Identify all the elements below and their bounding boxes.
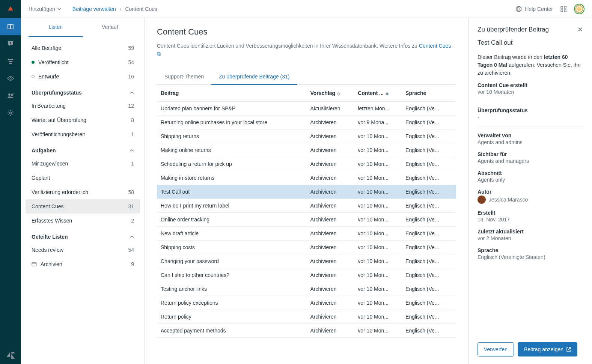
nav-users[interactable] bbox=[0, 87, 21, 104]
sidebar-item-captured[interactable]: Erfasstes Wissen 2 bbox=[26, 214, 140, 228]
tab-verlauf[interactable]: Verlauf bbox=[83, 18, 137, 37]
sidebar-item-label: Mir zugewiesen bbox=[32, 161, 131, 167]
table-row[interactable]: Return policy exceptionsArchivierenvor 1… bbox=[157, 296, 456, 310]
tab-review-articles[interactable]: Zu überprüfende Beiträge (31) bbox=[211, 69, 297, 85]
cell-title: Shipping costs bbox=[157, 241, 307, 254]
table-row[interactable]: Online order trackingArchivierenvor 10 M… bbox=[157, 213, 456, 227]
cell-title: Return policy bbox=[157, 310, 307, 324]
cell-title: Scheduling a return for pick up bbox=[157, 157, 307, 171]
sidebar-item-planned[interactable]: Geplant bbox=[26, 171, 140, 185]
nav-comments[interactable] bbox=[0, 35, 21, 53]
col-sprache[interactable]: Sprache bbox=[402, 85, 456, 102]
table-row[interactable]: Making in-store returnsArchivierenvor 10… bbox=[157, 171, 456, 185]
sidebar-item-all[interactable]: Alle Beiträge 59 bbox=[26, 41, 140, 55]
table-row[interactable]: Shipping costsArchivierenvor 10 Mon...En… bbox=[157, 241, 456, 254]
table-row[interactable]: Return policyArchivierenvor 10 Mon...Eng… bbox=[157, 310, 456, 324]
lifebuoy-icon bbox=[516, 6, 522, 12]
cell-title: Accepted payment methods bbox=[157, 324, 307, 338]
svg-rect-14 bbox=[564, 6, 566, 8]
nav-views[interactable] bbox=[0, 70, 21, 87]
field-status-label: Überprüfungsstatus bbox=[478, 107, 583, 113]
table-row[interactable]: Testing anchor linksArchivierenvor 10 Mo… bbox=[157, 282, 456, 296]
sidebar-item-count: 54 bbox=[128, 247, 134, 253]
apps-icon[interactable] bbox=[560, 6, 566, 12]
sidebar-item-count: 59 bbox=[128, 45, 134, 51]
tab-listen[interactable]: Listen bbox=[29, 18, 83, 37]
sidebar-item-needs-review[interactable]: Needs review 54 bbox=[26, 243, 140, 257]
sidebar-item-verify[interactable]: Verifizierung erforderlich 58 bbox=[26, 185, 140, 199]
cell-cue-date: vor 10 Mon... bbox=[354, 268, 402, 282]
table-row[interactable]: Making online returnsArchivierenvor 10 M… bbox=[157, 143, 456, 157]
cell-suggestion: Archivieren bbox=[307, 310, 354, 324]
cell-cue-date: vor 10 Mon... bbox=[354, 227, 402, 241]
sidebar: Listen Verlauf Alle Beiträge 59 Veröffen… bbox=[21, 18, 145, 364]
svg-marker-0 bbox=[8, 6, 13, 11]
sidebar-item-in-progress[interactable]: In Bearbeitung 12 bbox=[26, 99, 140, 113]
logo-icon[interactable] bbox=[0, 0, 21, 18]
cell-language: Englisch (Ve... bbox=[402, 143, 456, 157]
table-row[interactable]: New draft articleArchivierenvor 10 Mon..… bbox=[157, 227, 456, 241]
show-article-button[interactable]: Beitrag anzeigen bbox=[518, 342, 577, 356]
field-managed-label: Verwaltet von bbox=[478, 132, 583, 138]
nav-settings[interactable] bbox=[0, 104, 21, 122]
cell-suggestion: Archivieren bbox=[307, 241, 354, 254]
nav-guide[interactable] bbox=[0, 18, 21, 35]
svg-rect-5 bbox=[9, 63, 12, 64]
cell-title: Making in-store returns bbox=[157, 171, 307, 185]
status-dot-green bbox=[32, 61, 35, 64]
svg-rect-13 bbox=[561, 6, 563, 8]
sidebar-item-count: 9 bbox=[131, 261, 134, 267]
discard-button[interactable]: Verwerfen bbox=[478, 342, 514, 356]
sidebar-section-shared[interactable]: Geteilte Listen bbox=[26, 228, 140, 243]
sidebar-item-assigned[interactable]: Mir zugewiesen 1 bbox=[26, 156, 140, 171]
table-row[interactable]: Test Call outArchivierenvor 10 Mon...Eng… bbox=[157, 185, 456, 199]
sidebar-item-drafts[interactable]: Entwürfe 16 bbox=[26, 69, 140, 84]
zendesk-icon[interactable] bbox=[0, 347, 21, 364]
cell-suggestion: Archivieren bbox=[307, 268, 354, 282]
cell-suggestion: Archivieren bbox=[307, 296, 354, 310]
cell-language: Englisch (Ve... bbox=[402, 282, 456, 296]
avatar[interactable] bbox=[574, 4, 584, 14]
svg-rect-15 bbox=[561, 10, 563, 12]
cell-title: Making online returns bbox=[157, 143, 307, 157]
table-row[interactable]: Can I ship to other countries?Archiviere… bbox=[157, 268, 456, 282]
page-description: Content Cues identifiziert Lücken und Ve… bbox=[157, 42, 456, 58]
chevron-right-icon: › bbox=[120, 6, 122, 12]
sidebar-item-archived[interactable]: Archiviert 9 bbox=[26, 257, 140, 271]
table-row[interactable]: Shipping returnsArchivierenvor 10 Mon...… bbox=[157, 129, 456, 143]
cell-cue-date: vor 9 Mona... bbox=[354, 116, 402, 129]
table-row[interactable]: Returning online purchases in your local… bbox=[157, 116, 456, 129]
sidebar-item-awaiting[interactable]: Wartet auf Überprüfung 8 bbox=[26, 113, 140, 127]
sidebar-item-count: 58 bbox=[128, 189, 134, 195]
sort-icon: ◆ bbox=[384, 91, 389, 96]
nav-arrange[interactable] bbox=[0, 53, 21, 70]
sidebar-item-content-cues[interactable]: Content Cues 31 bbox=[26, 199, 140, 214]
cell-suggestion: Aktualisieren bbox=[307, 102, 354, 116]
col-beitrag[interactable]: Beitrag bbox=[157, 85, 307, 102]
cell-suggestion: Archivieren bbox=[307, 171, 354, 185]
tab-support-topics[interactable]: Support-Themen bbox=[157, 69, 211, 84]
add-dropdown[interactable]: Hinzufügen bbox=[29, 6, 61, 12]
chevron-down-icon bbox=[57, 8, 61, 10]
table-row[interactable]: How do I print my return labelArchiviere… bbox=[157, 199, 456, 213]
sidebar-section-tasks[interactable]: Aufgaben bbox=[26, 141, 140, 156]
field-section-value: Agents only bbox=[478, 177, 583, 183]
svg-rect-2 bbox=[10, 44, 11, 44]
field-managed-value: Agents and admins bbox=[478, 139, 583, 145]
table-row[interactable]: Updated plan banners for SP&PAktualisier… bbox=[157, 102, 456, 116]
field-created-value: 13. Nov. 2017 bbox=[478, 217, 583, 223]
sidebar-item-published[interactable]: Veröffentlicht 54 bbox=[26, 55, 140, 69]
breadcrumb-manage[interactable]: Beiträge verwalten bbox=[72, 6, 116, 12]
close-icon[interactable]: ✕ bbox=[577, 26, 583, 34]
section-label: Geteilte Listen bbox=[32, 234, 130, 240]
sidebar-item-label: Needs review bbox=[32, 247, 128, 253]
help-center-link[interactable]: Help Center bbox=[516, 6, 553, 12]
table-row[interactable]: Changing your passwordArchivierenvor 10 … bbox=[157, 254, 456, 268]
col-content-cue[interactable]: Content ... ◆ bbox=[354, 85, 402, 102]
table-row[interactable]: Accepted payment methodsArchivierenvor 1… bbox=[157, 324, 456, 338]
table-row[interactable]: Scheduling a return for pick upArchivier… bbox=[157, 157, 456, 171]
sidebar-item-ready[interactable]: Veröffentlichungsbereit 1 bbox=[26, 127, 140, 141]
cell-language: Englisch (Ve... bbox=[402, 171, 456, 185]
col-vorschlag[interactable]: Vorschlag ◇ bbox=[307, 85, 354, 102]
sidebar-section-review[interactable]: Überprüfungsstatus bbox=[26, 84, 140, 99]
